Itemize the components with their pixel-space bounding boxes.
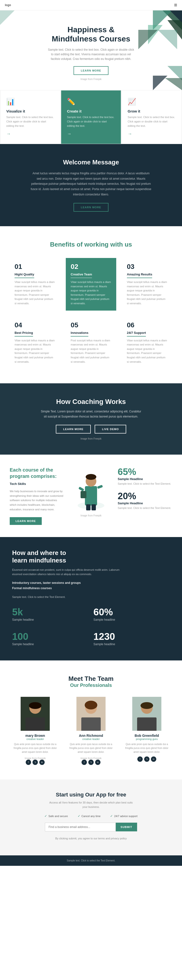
app-cta-title: Start using Our App for free (10, 792, 172, 798)
svg-marker-10 (165, 78, 182, 90)
social-tw-1[interactable]: 𝕏 (32, 760, 38, 765)
avatar-bob (132, 697, 161, 731)
social-tw-2[interactable]: 𝕏 (88, 760, 94, 765)
member-2-credit: Image from Freepik (67, 757, 115, 760)
benefit-item-1: 01 Hight Quality Vitae suscipit tellus m… (10, 258, 60, 310)
team-member-3: Bob Greenfield programming guru Quis ant… (123, 697, 171, 765)
card-grow-arrow[interactable]: → (128, 131, 176, 137)
benefit-text-2: Vitae suscipit tellus mauris a diam maec… (70, 280, 111, 306)
welcome-body: Amet luctus venenatis lectus magna fring… (30, 171, 152, 197)
avatar-ann (77, 697, 105, 731)
card-grow-text: Sample text. Click to select the text bo… (128, 115, 176, 128)
stat-label-2: Sample Headline (118, 501, 172, 505)
social-fb-3[interactable]: f (137, 756, 143, 762)
coaching-section: How Coaching Works Simple Text. Lorem ip… (0, 383, 182, 455)
mindfulness-section: How and where to learn mindfulness Eiusm… (0, 537, 182, 660)
mindfulness-title: How and where to learn mindfulness (12, 549, 170, 564)
mind-stat-num-1: 5k (12, 607, 89, 617)
member-1-socials: f 𝕏 in (11, 760, 59, 765)
footer-text: Sample text. Click to select the Text El… (10, 859, 172, 862)
program-left: Each course of the program comprises: Te… (10, 467, 64, 525)
hero-body: Sample text. Click to select the text bo… (47, 48, 135, 62)
check-icon-2: ✓ (78, 814, 80, 818)
coaching-demo-button[interactable]: LIVE DEMO (95, 425, 126, 434)
hero-title: Happiness & Mindfulness Courses (19, 25, 163, 44)
coaching-body: Simple Text. Lorem ipsum dolor sit amet,… (40, 409, 142, 419)
svg-rect-16 (91, 504, 96, 511)
program-stats: 65% Sample Headline Sample text. Click t… (118, 467, 172, 515)
mind-stat-label-2: Sample headline (93, 618, 170, 621)
card-grow: 📈 Grow it Sample text. Click to select t… (121, 90, 182, 144)
member-name-3: Bob Greenfield (123, 733, 171, 738)
benefits-grid: 01 Hight Quality Vitae suscipit tellus m… (10, 258, 172, 369)
social-in-2[interactable]: in (95, 760, 101, 765)
mind-stat-2: 60% Sample headline (93, 607, 170, 621)
mind-stat-label-4: Sample headline (93, 643, 170, 646)
hero-section: Happiness & Mindfulness Courses Sample t… (0, 10, 182, 90)
hero-cta-button[interactable]: LEARN MORE (73, 66, 109, 75)
check-icon-1: ✓ (45, 814, 47, 818)
card-create-arrow[interactable]: → (67, 131, 115, 137)
benefit-item-5: 05 Innovations Post suscipit tellus maur… (66, 317, 116, 369)
stat-label-1: Sample Headline (118, 477, 172, 481)
app-cta-section: Start using Our App for free Access all … (0, 780, 182, 855)
svg-rect-15 (86, 504, 91, 511)
svg-rect-31 (137, 718, 156, 731)
card-create: ✏️ Create it Sample text. Click to selec… (61, 90, 121, 144)
app-feature-label-3: 24/7 advice support (114, 815, 137, 818)
social-tw-3[interactable]: 𝕏 (144, 756, 150, 762)
mind-stat-label-3: Sample headline (12, 643, 89, 646)
three-cards-section: 📊 Visualize it Sample text. Click to sel… (0, 90, 182, 144)
svg-marker-9 (153, 76, 168, 90)
social-fb-2[interactable]: f (81, 760, 87, 765)
social-in-3[interactable]: in (151, 756, 156, 762)
program-cta-button[interactable]: LEARN MORE (10, 517, 42, 525)
benefit-item-3: 03 Amazing Results Vitae suscipit tellus… (122, 258, 172, 310)
stat-text-1: Sample text. Click to select the Text El… (118, 482, 172, 486)
program-section: Each course of the program comprises: Te… (0, 455, 182, 537)
program-figure-area: Image from Freepik (72, 467, 110, 517)
svg-rect-12 (85, 486, 97, 506)
coaching-learn-button[interactable]: LEARN MORE (56, 425, 91, 434)
benefit-title-5: Innovations (70, 331, 88, 337)
svg-rect-19 (81, 491, 86, 498)
benefit-text-6: Vitae suscipit tellus mauris a diam maec… (127, 339, 168, 364)
app-feature-label-2: Cancel any time (81, 815, 101, 818)
svg-point-22 (29, 702, 42, 709)
check-icon-3: ✓ (110, 814, 113, 818)
app-feature-2: ✓ Cancel any time (78, 814, 101, 818)
email-input[interactable] (45, 822, 116, 831)
svg-point-30 (140, 702, 153, 709)
mindfulness-body: Eiusmod sint occaecat non proident, sunt… (12, 568, 124, 577)
benefit-num-3: 03 (127, 263, 168, 270)
avatar-mary (21, 697, 50, 731)
benefit-text-5: Post suscipit tellus mauris a diam maece… (70, 339, 111, 364)
member-name-1: mary Brown (11, 733, 59, 738)
benefit-title-3: Amazing Results (127, 272, 152, 278)
app-features-list: ✓ Safe and secure ✓ Cancel any time ✓ 24… (10, 814, 172, 818)
card-visualize: 📊 Visualize it Sample text. Click to sel… (0, 90, 61, 144)
social-in-1[interactable]: in (39, 760, 45, 765)
coaching-inner: How Coaching Works Simple Text. Lorem ip… (10, 398, 172, 440)
benefit-title-6: 24/7 Support (127, 331, 146, 337)
hero-triangles-left (0, 10, 14, 25)
coaching-title: How Coaching Works (10, 398, 172, 406)
benefit-num-6: 06 (127, 321, 168, 329)
card-visualize-arrow[interactable]: → (6, 131, 54, 137)
social-fb-1[interactable]: f (26, 760, 31, 765)
stat-text-2: Sample text. Click to select the Text El… (118, 506, 172, 511)
benefit-item-2: 02 Creative Team Vitae suscipit tellus m… (66, 258, 116, 310)
mind-stat-num-4: 1230 (93, 631, 170, 642)
benefit-num-1: 01 (14, 263, 55, 270)
stat-pct-1: 65% (118, 467, 172, 477)
svg-rect-18 (97, 485, 103, 489)
submit-button[interactable]: SUBMIT (116, 822, 137, 831)
benefit-text-1: Vitae suscipit tellus mauris a diam maec… (14, 280, 55, 306)
menu-icon[interactable]: ≡ (174, 2, 177, 8)
svg-rect-23 (26, 718, 45, 731)
welcome-cta-button[interactable]: LEARN MORE (73, 203, 109, 212)
card-grow-title: Grow it (128, 109, 176, 113)
stat-block-1: 65% Sample Headline Sample text. Click t… (118, 467, 172, 486)
stat-pct-2: 20% (118, 491, 172, 501)
program-subtitle: Tech Skills (10, 481, 64, 487)
